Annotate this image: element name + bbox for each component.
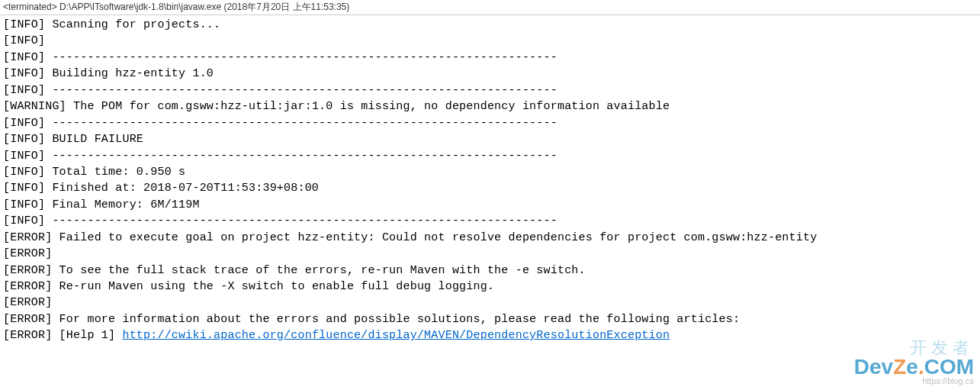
log-message: Building hzz-entity 1.0 — [45, 67, 214, 80]
launch-timestamp: (2018年7月20日 上午11:53:35) — [224, 2, 350, 12]
watermark-logo: DevZe.CoM — [854, 356, 974, 378]
log-line: [INFO] Finished at: 2018-07-20T11:53:39+… — [3, 180, 977, 196]
log-level: [INFO] — [3, 84, 45, 97]
log-level: [INFO] — [3, 34, 45, 47]
log-line: [ERROR] Failed to execute goal on projec… — [3, 230, 977, 246]
log-line: [INFO] ---------------------------------… — [3, 82, 977, 98]
log-level: [INFO] — [3, 214, 45, 227]
log-message: Re-run Maven using the -X switch to enab… — [52, 280, 494, 293]
log-level: [ERROR] — [3, 280, 52, 293]
log-message: The POM for com.gsww:hzz-util:jar:1.0 is… — [66, 100, 670, 113]
watermark-url: https://blog.cs — [854, 376, 974, 385]
terminated-status: <terminated> — [3, 2, 57, 12]
log-line: [INFO] Building hzz-entity 1.0 — [3, 66, 977, 82]
help-link[interactable]: http://cwiki.apache.org/confluence/displ… — [122, 329, 670, 342]
log-message: Failed to execute goal on project hzz-en… — [52, 231, 817, 244]
log-level: [ERROR] — [3, 247, 52, 260]
log-line: [INFO] — [3, 33, 977, 49]
separator-line: ----------------------------------------… — [52, 84, 557, 97]
console-output[interactable]: [INFO] Scanning for projects...[INFO][IN… — [0, 15, 980, 346]
log-line: [INFO] BUILD FAILURE — [3, 131, 977, 147]
console-header: <terminated> D:\APP\ITsoftware\jdk-1.8\b… — [0, 0, 980, 15]
log-line: [INFO] Final Memory: 6M/119M — [3, 197, 977, 213]
log-level: [ERROR] — [3, 231, 52, 244]
log-level: [ERROR] — [3, 296, 52, 309]
log-message: Finished at: 2018-07-20T11:53:39+08:00 — [45, 182, 319, 195]
separator-line: ----------------------------------------… — [52, 214, 557, 227]
separator-line: ----------------------------------------… — [52, 51, 557, 64]
log-level: [INFO] — [3, 18, 45, 31]
log-level: [INFO] — [3, 133, 45, 146]
log-message: To see the full stack trace of the error… — [52, 264, 585, 277]
log-level: [ERROR] — [3, 313, 52, 326]
log-level: [WARNING] — [3, 100, 66, 113]
log-message: Scanning for projects... — [45, 18, 220, 31]
log-message: [Help 1] — [52, 329, 122, 342]
log-line: [INFO] ---------------------------------… — [3, 115, 977, 131]
log-line: [ERROR] — [3, 246, 977, 262]
log-level: [INFO] — [3, 150, 45, 163]
log-line: [ERROR] [Help 1] http://cwiki.apache.org… — [3, 327, 977, 343]
log-line: [ERROR] — [3, 295, 977, 311]
log-level: [INFO] — [3, 51, 45, 64]
log-level: [INFO] — [3, 182, 45, 195]
log-line: [INFO] ---------------------------------… — [3, 213, 977, 229]
log-message: Total time: 0.950 s — [45, 166, 185, 179]
log-line: [INFO] Total time: 0.950 s — [3, 164, 977, 180]
log-line: [ERROR] Re-run Maven using the -X switch… — [3, 279, 977, 295]
log-line: [INFO] ---------------------------------… — [3, 148, 977, 164]
log-level: [INFO] — [3, 166, 45, 179]
log-line: [INFO] ---------------------------------… — [3, 50, 977, 66]
log-line: [ERROR] For more information about the e… — [3, 311, 977, 327]
separator-line: ----------------------------------------… — [52, 117, 557, 130]
log-level: [INFO] — [3, 198, 45, 211]
log-line: [ERROR] To see the full stack trace of t… — [3, 263, 977, 279]
separator-line: ----------------------------------------… — [52, 150, 557, 163]
log-line: [INFO] Scanning for projects... — [3, 17, 977, 33]
log-line: [WARNING] The POM for com.gsww:hzz-util:… — [3, 98, 977, 114]
log-level: [ERROR] — [3, 264, 52, 277]
exe-path: D:\APP\ITsoftware\jdk-1.8\bin\javaw.exe — [59, 2, 221, 12]
log-level: [INFO] — [3, 67, 45, 80]
log-message: BUILD FAILURE — [45, 133, 143, 146]
log-message: For more information about the errors an… — [52, 313, 740, 326]
log-message: Final Memory: 6M/119M — [45, 198, 199, 211]
log-level: [ERROR] — [3, 329, 52, 342]
log-level: [INFO] — [3, 117, 45, 130]
